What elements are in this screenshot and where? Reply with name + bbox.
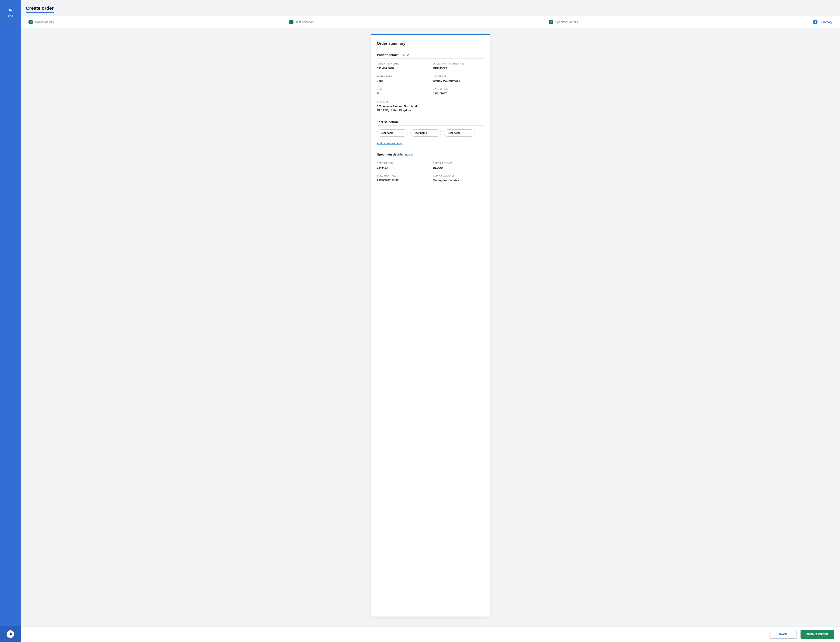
step-test-selection[interactable]: Test selection [289,20,314,24]
specimen-field-grid: SPECIMEN ID 1245423 SPECIMEN TYPE BLOOD … [377,162,484,182]
field-specimen-taken: SPECIMEN TAKEN 23/08/2022 13:47 [377,174,428,182]
field-label: LASTNAME [433,75,484,78]
step-label: Summary [820,20,832,24]
field-value: 1245423 [377,166,428,170]
test-selection-section: Test selection Test name Test name Test … [377,120,484,145]
edit-patient-link[interactable]: Edit [401,54,409,57]
field-value: OPP 45627 [433,66,484,70]
step-summary[interactable]: 4 Summary [813,20,832,24]
field-label: SPECIMEN ID [377,162,428,164]
content: Order summary Patient details Edit PATIE… [21,28,840,642]
sidebar-user-area: LR [0,626,21,642]
field-address: ADDRESS 123, Acacia Avenue, Northland, G… [377,101,484,112]
section-title: Specimen details [377,152,403,156]
field-value: Testing for diabetes [433,178,484,182]
field-label: ADDRESS [377,101,484,103]
field-value: BLOOD [433,166,484,170]
page-header: Create order [21,0,840,16]
back-arrow-icon [8,8,13,13]
app-root: EXIT LR Create order Patient details Tes… [0,0,840,642]
avatar[interactable]: LR [6,630,14,638]
exit-button[interactable]: EXIT [8,0,13,18]
test-chip[interactable]: Test name [377,130,407,137]
edit-label: Edit [405,153,410,156]
edit-specimen-link[interactable]: Edit [405,153,414,156]
field-dob: DATE OF BIRTH 12/01/1967 [433,88,484,96]
step-label: Test selection [296,20,314,24]
exit-label: EXIT [8,15,13,18]
field-value: John [377,79,428,83]
field-forenames: FORENAMES John [377,75,428,83]
step-specimen-details[interactable]: Specimen details [549,20,578,24]
page-title: Create order [26,5,54,13]
field-label: SEX [377,88,428,90]
patient-field-grid: PATIENT ID NUMBER 333 444 8628 ORDER PAR… [377,62,484,112]
order-summary-card: Order summary Patient details Edit PATIE… [371,34,490,616]
check-icon [549,20,553,24]
field-value: 333 444 8628 [377,66,428,70]
card-title: Order summary [377,41,484,46]
step-patient-details[interactable]: Patient details [28,20,54,24]
field-label: SPECIMEN TYPE [433,162,484,164]
main-area: Create order Patient details Test select… [21,0,840,642]
field-value: 23/08/2022 13:47 [377,178,428,182]
field-label: PATIENT ID NUMBER [377,62,428,65]
section-header: Test selection [377,120,484,126]
field-clinical-details: CLINICAL DETAILS Testing for diabetes [433,174,484,182]
field-value: 123, Acacia Avenue, Northland, GL5 2ZE, … [377,104,423,112]
step-label: Patient details [35,20,54,24]
field-label: ORDER PARTY PATIENT ID [433,62,484,65]
section-header: Specimen details Edit [377,152,484,158]
step-label: Specimen details [555,20,578,24]
check-icon [28,20,33,24]
stepper: Patient details Test selection Specimen … [21,16,840,28]
field-label: FORENAMES [377,75,428,78]
section-header: Patient details Edit [377,53,484,58]
field-label: CLINICAL DETAILS [433,174,484,177]
section-title: Test selection [377,120,398,124]
field-patient-id-number: PATIENT ID NUMBER 333 444 8628 [377,62,428,70]
back-button[interactable]: BACK [770,630,797,639]
field-label: SPECIMEN TAKEN [377,174,428,177]
field-sex: SEX M [377,88,428,96]
add-remove-tests-link[interactable]: Add or remove test(s) [377,142,404,145]
field-label: DATE OF BIRTH [433,88,484,90]
field-lastname: LASTNAME Smithy McSmithface [433,75,484,83]
pencil-icon [411,153,414,156]
field-specimen-id: SPECIMEN ID 1245423 [377,162,428,170]
pencil-icon [406,54,409,57]
specimen-details-section: Specimen details Edit SPECIMEN ID 124542… [377,152,484,182]
step-number-icon: 4 [813,20,817,24]
section-title: Patient details [377,53,399,57]
patient-details-section: Patient details Edit PATIENT ID NUMBER 3… [377,53,484,112]
test-chip[interactable]: Test name [444,130,475,137]
submit-order-button[interactable]: SUBMIT ORDER [801,630,834,639]
field-order-party-patient-id: ORDER PARTY PATIENT ID OPP 45627 [433,62,484,70]
field-specimen-type: SPECIMEN TYPE BLOOD [433,162,484,170]
test-chip[interactable]: Test name [410,130,441,137]
field-value: Smithy McSmithface [433,79,484,83]
edit-label: Edit [401,54,405,57]
test-chip-row: Test name Test name Test name [377,130,484,137]
field-value: M [377,91,428,96]
field-value: 12/01/1967 [433,91,484,96]
check-icon [289,20,294,24]
sidebar: EXIT LR [0,0,21,642]
footer-actions: BACK SUBMIT ORDER [21,626,840,642]
